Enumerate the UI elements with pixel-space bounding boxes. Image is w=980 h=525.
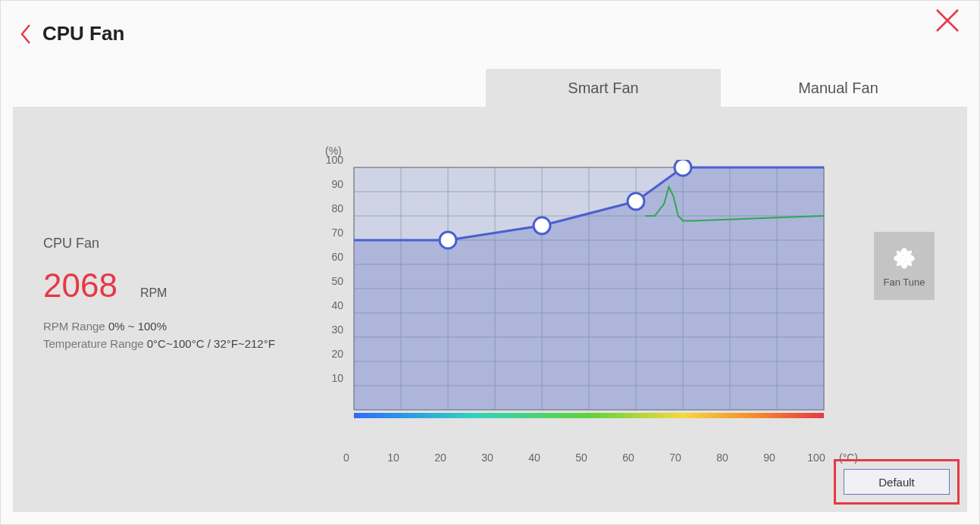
curve-control-point[interactable] xyxy=(675,160,691,176)
rpm-range: RPM Range 0% ~ 100% xyxy=(43,320,293,333)
y-tick: 40 xyxy=(319,299,343,311)
close-button[interactable] xyxy=(934,7,964,37)
y-tick: 10 xyxy=(319,372,343,384)
content-panel: CPU Fan 2068 RPM RPM Range 0% ~ 100% Tem… xyxy=(13,107,967,512)
fan-stats: CPU Fan 2068 RPM RPM Range 0% ~ 100% Tem… xyxy=(43,236,293,350)
temp-range-label: Temperature Range xyxy=(43,337,144,350)
x-tick: 70 xyxy=(664,452,687,464)
y-tick: 20 xyxy=(319,348,343,360)
fan-curve-chart: (%) (°C) 102030405060708090100 010203040… xyxy=(316,145,847,463)
fan-tune-label: Fan Tune xyxy=(884,277,925,288)
tab-manual-fan[interactable]: Manual Fan xyxy=(721,69,956,107)
x-tick: 30 xyxy=(476,452,499,464)
curve-control-point[interactable] xyxy=(534,217,550,234)
close-icon xyxy=(934,7,961,34)
svg-rect-26 xyxy=(354,413,824,418)
rpm-unit: RPM xyxy=(140,286,168,300)
fan-icon xyxy=(891,245,918,272)
x-tick: 100 xyxy=(805,452,828,464)
curve-control-point[interactable] xyxy=(440,232,456,248)
rpm-range-label: RPM Range xyxy=(43,320,105,333)
tab-smart-fan[interactable]: Smart Fan xyxy=(486,69,721,107)
y-tick: 90 xyxy=(319,178,343,190)
x-tick: 10 xyxy=(382,452,405,464)
app-window: CPU Fan Smart Fan Manual Fan CPU Fan 206… xyxy=(0,0,980,525)
y-tick: 30 xyxy=(319,323,343,336)
default-button[interactable]: Default xyxy=(844,469,950,495)
y-tick: 70 xyxy=(319,227,343,239)
header-bar: CPU Fan xyxy=(1,1,979,69)
x-tick: 50 xyxy=(570,452,593,464)
curve-control-point[interactable] xyxy=(628,193,644,210)
rpm-value: 2068 xyxy=(43,267,117,305)
fan-tune-button[interactable]: Fan Tune xyxy=(874,232,935,300)
x-tick: 60 xyxy=(617,452,640,464)
x-tick: 20 xyxy=(429,452,452,464)
default-button-highlight: Default xyxy=(834,459,960,505)
y-tick: 100 xyxy=(319,154,343,166)
fan-name-label: CPU Fan xyxy=(43,236,293,252)
x-tick: 90 xyxy=(758,452,781,464)
x-tick: 80 xyxy=(711,452,734,464)
mode-tabs: Smart Fan Manual Fan xyxy=(486,69,956,107)
temp-range-value: 0°C~100°C / 32°F~212°F xyxy=(147,337,275,350)
temp-range: Temperature Range 0°C~100°C / 32°F~212°F xyxy=(43,337,293,350)
page-title: CPU Fan xyxy=(42,22,124,45)
chart-canvas[interactable] xyxy=(346,160,831,448)
x-tick: 40 xyxy=(523,452,546,464)
y-tick: 60 xyxy=(319,251,343,263)
rpm-row: 2068 RPM xyxy=(43,267,293,305)
y-tick: 50 xyxy=(319,275,343,287)
back-button[interactable] xyxy=(19,23,42,46)
chevron-left-icon xyxy=(19,23,33,45)
y-tick: 80 xyxy=(319,202,343,214)
x-tick: 0 xyxy=(335,452,358,464)
rpm-range-value: 0% ~ 100% xyxy=(108,320,167,333)
